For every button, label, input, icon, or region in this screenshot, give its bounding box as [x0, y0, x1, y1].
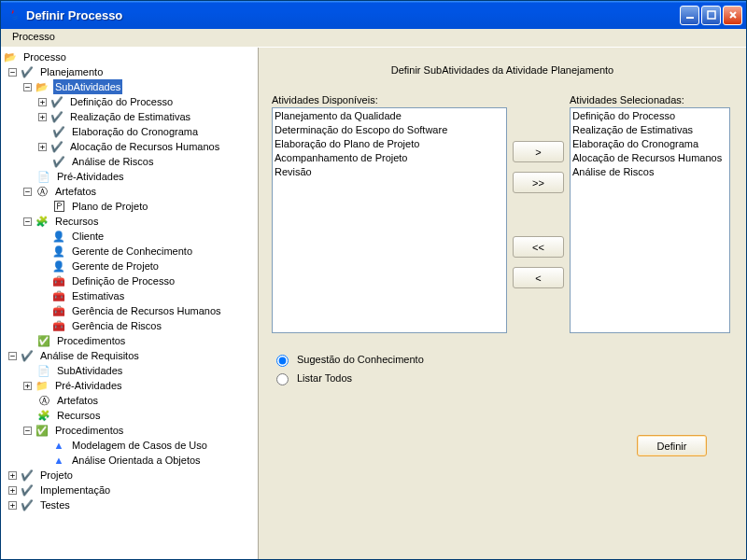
tree-node[interactable]: Estimativas	[70, 288, 126, 303]
move-left-all-button[interactable]: <<	[513, 236, 564, 258]
tool-icon: 🧰	[51, 303, 66, 318]
selected-label: Atividades Selecionadas:	[570, 94, 733, 105]
available-label: Atividades Disponíveis:	[272, 94, 507, 105]
resource-group-icon: 🧩	[36, 408, 51, 423]
list-item[interactable]: Acompanhamento de Projeto	[275, 151, 504, 165]
detail-panel: Definir SubAtividades da Atividade Plane…	[259, 48, 746, 559]
radio-listar-todos[interactable]: Listar Todos	[272, 371, 733, 385]
tree-node-analise-requisitos[interactable]: Análise de Requisitos	[38, 348, 141, 363]
folder-icon: 📁	[35, 378, 49, 393]
tree-node[interactable]: Análise de Riscos	[70, 154, 155, 169]
close-button[interactable]	[723, 6, 742, 25]
tree-node[interactable]: Definição do Processo	[68, 94, 175, 109]
filter-radios: Sugestão do Conhecimento Listar Todos	[272, 352, 733, 389]
tree-node-processo[interactable]: Processo	[21, 49, 68, 64]
app-window: Definir Processo Processo 📂Processo −✔️P…	[0, 0, 747, 560]
tree-node[interactable]: Pré-Atividades	[53, 378, 124, 393]
tree-node[interactable]: Definição de Processo	[70, 273, 176, 288]
maximize-button[interactable]	[701, 6, 721, 25]
activity-icon: ✔️	[51, 124, 66, 139]
selected-listbox[interactable]: Definição do Processo Realização de Esti…	[570, 107, 730, 333]
tree-node[interactable]: Alocação de Recursos Humanos	[68, 139, 221, 154]
triangle-icon: ▲	[51, 453, 66, 468]
tree-toggle[interactable]: +	[8, 486, 17, 495]
tree-toggle[interactable]: +	[38, 143, 47, 151]
move-right-all-button[interactable]: >>	[513, 172, 564, 193]
tree-toggle[interactable]: −	[23, 217, 32, 226]
minimize-button[interactable]	[680, 6, 699, 25]
list-item[interactable]: Revisão	[275, 165, 504, 179]
radio-sugestao[interactable]: Sugestão do Conhecimento	[272, 352, 733, 367]
tree-node-projeto[interactable]: Projeto	[38, 468, 75, 483]
svg-rect-0	[686, 17, 694, 19]
tree-toggle[interactable]: +	[38, 98, 47, 106]
list-item[interactable]: Planejamento da Qualidade	[275, 109, 504, 123]
tree-node[interactable]: Elaboração do Cronograma	[70, 124, 200, 139]
activity-icon: ✔️	[20, 348, 35, 363]
list-item[interactable]: Realização de Estimativas	[572, 123, 727, 137]
definir-button[interactable]: Definir	[637, 435, 707, 456]
tree-node[interactable]: Recursos	[53, 214, 100, 229]
list-item[interactable]: Elaboração do Plano de Projeto	[275, 137, 504, 151]
radio-label: Listar Todos	[297, 372, 352, 384]
tree-node-planejamento[interactable]: Planejamento	[38, 64, 105, 79]
move-left-button[interactable]: <	[513, 267, 564, 288]
list-item[interactable]: Elaboração do Cronograma	[572, 137, 727, 151]
activity-icon: ✔️	[20, 64, 35, 79]
activity-icon: ✔️	[49, 94, 64, 109]
tree-toggle[interactable]: −	[23, 83, 32, 91]
radio-label: Sugestão do Conhecimento	[297, 354, 424, 365]
tree-node[interactable]: Procedimentos	[55, 333, 127, 348]
java-icon	[7, 7, 21, 22]
available-listbox[interactable]: Planejamento da Qualidade Determinação d…	[272, 107, 507, 333]
tree-node[interactable]: Recursos	[55, 408, 102, 423]
tree-node[interactable]: Gerência de Riscos	[70, 318, 163, 333]
tree-node[interactable]: Gerente de Conhecimento	[70, 244, 194, 259]
activity-icon: ✔️	[49, 109, 64, 124]
tree-node[interactable]: Artefatos	[55, 393, 100, 408]
tree-toggle[interactable]: −	[23, 427, 32, 435]
tree-node[interactable]: Análise Orientada a Objetos	[70, 453, 203, 468]
tree-node[interactable]: Realização de Estimativas	[68, 109, 192, 124]
tree-node[interactable]: Modelagem de Casos de Uso	[70, 438, 209, 453]
tree-node[interactable]: Gerência de Recursos Humanos	[70, 303, 223, 318]
folder-open-icon: 📂	[35, 79, 49, 94]
tree-node[interactable]: Procedimentos	[53, 423, 125, 438]
tree-node-testes[interactable]: Testes	[38, 497, 72, 512]
menu-processo[interactable]: Processo	[7, 29, 61, 44]
tree-toggle[interactable]: +	[23, 382, 32, 390]
tree-node[interactable]: SubAtividades	[55, 363, 124, 378]
window-controls	[680, 6, 742, 25]
activity-icon: ✔️	[49, 139, 64, 154]
tree-toggle[interactable]: −	[8, 68, 17, 77]
tree-toggle[interactable]: +	[38, 113, 47, 121]
list-item[interactable]: Determinação do Escopo do Software	[275, 123, 504, 137]
person-icon: 👤	[51, 229, 66, 244]
titlebar: Definir Processo	[1, 1, 746, 29]
tree-node[interactable]: Artefatos	[53, 184, 98, 199]
tree-node-implementacao[interactable]: Implementação	[38, 483, 112, 497]
radio-input-listar[interactable]	[276, 373, 289, 385]
list-item[interactable]: Alocação de Recursos Humanos	[572, 151, 727, 165]
tree-toggle[interactable]: −	[23, 188, 32, 196]
procedure-icon: ✅	[35, 423, 49, 438]
tree-node[interactable]: Cliente	[70, 229, 106, 244]
tree-toggle[interactable]: −	[8, 352, 17, 360]
radio-input-sugestao[interactable]	[276, 355, 289, 367]
tree-toggle[interactable]: +	[8, 471, 17, 480]
list-item[interactable]: Definição do Processo	[572, 109, 727, 123]
resource-group-icon: 🧩	[35, 214, 49, 229]
tree-view[interactable]: 📂Processo −✔️Planejamento −📂SubAtividade…	[1, 48, 259, 559]
tree-toggle[interactable]: +	[8, 501, 17, 510]
tree-node[interactable]: Pré-Atividades	[55, 169, 126, 184]
folder-open-icon: 📂	[3, 49, 18, 64]
tree-node-subatividades[interactable]: SubAtividades	[53, 79, 122, 94]
list-item[interactable]: Análise de Riscos	[572, 165, 727, 179]
panel-heading: Definir SubAtividades da Atividade Plane…	[272, 57, 733, 94]
tree-node[interactable]: Plano de Projeto	[70, 199, 149, 214]
activity-icon: ✔️	[20, 483, 35, 497]
tree-node[interactable]: Gerente de Projeto	[70, 259, 161, 273]
svg-rect-1	[708, 11, 715, 19]
move-right-button[interactable]: >	[513, 141, 564, 162]
content: 📂Processo −✔️Planejamento −📂SubAtividade…	[1, 48, 746, 559]
